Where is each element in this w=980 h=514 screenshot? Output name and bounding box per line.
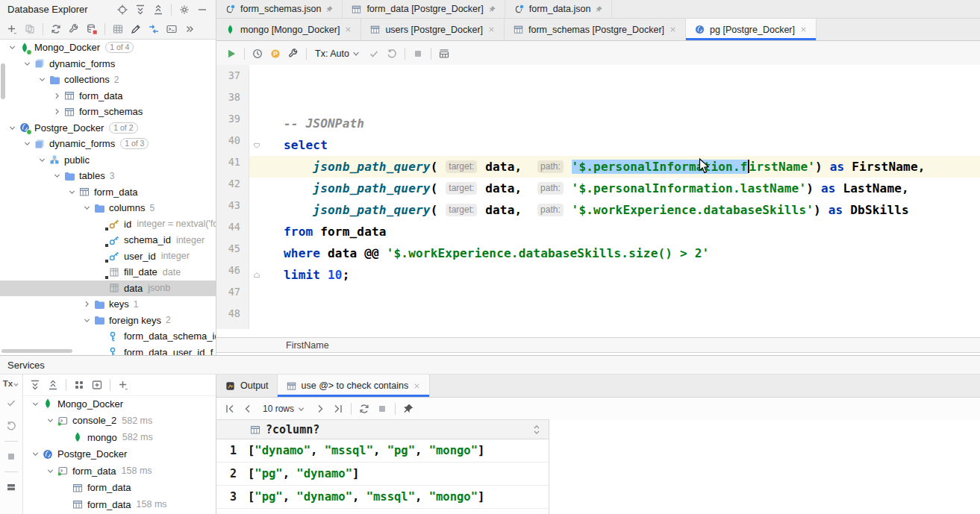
refresh-button[interactable] — [355, 401, 373, 417]
expand-all-button[interactable] — [26, 377, 44, 393]
table-view-button[interactable] — [109, 21, 127, 37]
tree-item-public[interactable]: public — [0, 152, 216, 169]
tree-item-mongo-docker[interactable]: Mongo_Docker — [23, 395, 216, 413]
tab-pin-icon[interactable] — [488, 5, 496, 13]
next-button[interactable] — [311, 401, 329, 417]
tab-mongo-mongo-docker-[interactable]: mongo [Mongo_Docker] — [216, 19, 361, 40]
datasource-error-button[interactable] — [83, 21, 101, 37]
chevron-right-icon[interactable] — [51, 107, 63, 116]
chevron-down-icon[interactable] — [6, 123, 19, 133]
fold-marker-icon[interactable] — [252, 271, 261, 280]
code-line-37[interactable]: 37 — [216, 69, 980, 91]
code-line-41[interactable]: 41 jsonb_path_query( target: data, path:… — [216, 156, 980, 178]
last-button[interactable] — [329, 401, 347, 417]
settings-button[interactable] — [175, 1, 193, 18]
code-line-47[interactable]: 47 — [216, 286, 980, 307]
tree-item-form-data[interactable]: form_data158 ms — [23, 463, 216, 480]
tree-item-form-data[interactable]: form_data — [0, 184, 216, 201]
result-row-2[interactable]: 2["pg", "dynamo"] — [216, 463, 549, 486]
code-line-42[interactable]: 42 jsonb_path_query( target: data, path:… — [216, 178, 980, 199]
fold-marker-icon[interactable] — [252, 141, 261, 150]
tab-use-to-check-contains[interactable]: use @> to check contains — [278, 374, 431, 397]
explorer-vertical-scrollbar[interactable] — [1, 63, 5, 99]
code-line-45[interactable]: 45where data @@ '$.workExperience.databa… — [216, 242, 980, 264]
tab-output[interactable]: Output — [216, 374, 278, 397]
first-button[interactable] — [221, 401, 239, 417]
stop-button[interactable] — [409, 46, 427, 62]
tx-mode-button[interactable]: Tx — [3, 379, 19, 388]
exec-table-button[interactable] — [435, 46, 453, 62]
layout-button[interactable] — [2, 479, 20, 495]
chevron-down-icon[interactable] — [81, 203, 93, 213]
add-button[interactable] — [114, 377, 132, 393]
locate-button[interactable] — [113, 1, 131, 18]
jump-to-button[interactable] — [145, 21, 163, 37]
tree-item-schema-id[interactable]: schema_idinteger — [0, 232, 216, 248]
chevron-down-icon[interactable] — [51, 171, 63, 181]
close-icon[interactable] — [799, 25, 808, 34]
code-line-39[interactable]: 39-- JSONPath — [216, 113, 980, 134]
tree-item-keys[interactable]: keys1 — [0, 296, 216, 313]
tree-item-postgre-docker[interactable]: Postgre_Docker1 of 2 — [0, 120, 216, 137]
tree-item-form-data-schema-id-[interactable]: form_data_schema_id_ — [0, 328, 216, 345]
modify-datasource-button[interactable] — [65, 21, 83, 37]
tree-item-dynamic-forms[interactable]: dynamic_forms1 of 3 — [0, 136, 216, 152]
collapse-all-button[interactable] — [44, 377, 62, 393]
duplicate-button[interactable] — [21, 21, 39, 37]
tree-item-columns[interactable]: columns5 — [0, 200, 216, 216]
pin-button[interactable] — [399, 401, 417, 417]
more-button[interactable] — [181, 21, 199, 37]
check-button[interactable] — [365, 46, 383, 62]
code-line-48[interactable]: 48 — [216, 307, 980, 329]
expand-all-button[interactable] — [131, 1, 149, 18]
tab-form-data-json[interactable]: form_data.json — [505, 0, 613, 18]
close-icon[interactable] — [413, 382, 421, 390]
code-line-38[interactable]: 38 — [216, 91, 980, 113]
code-editor[interactable]: 373839-- JSONPath40select41 jsonb_path_q… — [216, 65, 980, 337]
result-row-1[interactable]: 1["dynamo", "mssql", "pg", "mongo"] — [216, 439, 549, 463]
tree-item-form-data[interactable]: form_data — [23, 480, 216, 497]
result-row-3[interactable]: 3["pg", "dynamo", "mssql", "mongo"] — [216, 486, 549, 509]
console-ql-button[interactable] — [163, 21, 181, 37]
tree-item-foreign-keys[interactable]: foreign keys2 — [0, 313, 216, 329]
new-tab-button[interactable] — [88, 377, 106, 393]
chevron-down-icon[interactable] — [44, 466, 57, 476]
chevron-down-icon[interactable] — [44, 416, 57, 425]
stop-button[interactable] — [2, 448, 20, 465]
tree-item-mongo-docker[interactable]: Mongo_Docker1 of 4 — [0, 40, 216, 56]
tree-item-collections[interactable]: collections2 — [0, 72, 216, 88]
collapse-all-button[interactable] — [149, 1, 167, 18]
page-size-dropdown[interactable]: 10 rows — [263, 404, 305, 414]
code-line-44[interactable]: 44from form_data — [216, 221, 980, 242]
explorer-horizontal-scrollbar[interactable] — [1, 349, 72, 353]
chevron-right-icon[interactable] — [81, 299, 93, 309]
code-line-46[interactable]: 46limit 10; — [216, 264, 980, 286]
close-icon[interactable] — [487, 25, 496, 34]
tree-item-id[interactable]: idinteger = nextval('for — [0, 216, 216, 233]
rollback-button[interactable] — [383, 46, 401, 62]
pbadge-button[interactable]: P — [266, 46, 284, 62]
play-button[interactable] — [222, 46, 240, 62]
tree-item-form-schemas[interactable]: form_schemas — [0, 104, 216, 120]
tab-pin-icon[interactable] — [325, 5, 334, 13]
tree-item-tables[interactable]: tables3 — [0, 168, 216, 184]
tree-item-fill-date[interactable]: fill_datedate — [0, 264, 216, 280]
code-line-40[interactable]: 40select — [216, 134, 980, 156]
sort-icon[interactable] — [531, 424, 543, 436]
chevron-down-icon[interactable] — [6, 43, 19, 52]
refresh-button[interactable] — [47, 21, 65, 37]
chevron-right-icon[interactable] — [51, 91, 63, 101]
add-button[interactable] — [3, 21, 21, 37]
tree-item-data[interactable]: datajsonb — [0, 280, 216, 297]
chevron-down-icon[interactable] — [36, 75, 49, 84]
chevron-down-icon[interactable] — [81, 316, 93, 325]
tree-item-console-2[interactable]: console_2582 ms — [23, 413, 216, 430]
chevron-down-icon[interactable] — [29, 449, 42, 459]
tab-form-schemas-json[interactable]: form_schemas.json — [216, 0, 343, 18]
tab-form-data-postgre-docker-[interactable]: form_data [Postgre_Docker] — [343, 0, 505, 18]
chevron-down-icon[interactable] — [21, 139, 34, 148]
tab-pg-postgre-docker-[interactable]: pg [Postgre_Docker] — [686, 19, 817, 40]
group-tabs-button[interactable] — [70, 377, 88, 393]
tx-mode-dropdown[interactable]: Tx: Auto — [315, 48, 361, 59]
tree-item-mongo[interactable]: mongo582 ms — [23, 429, 216, 446]
